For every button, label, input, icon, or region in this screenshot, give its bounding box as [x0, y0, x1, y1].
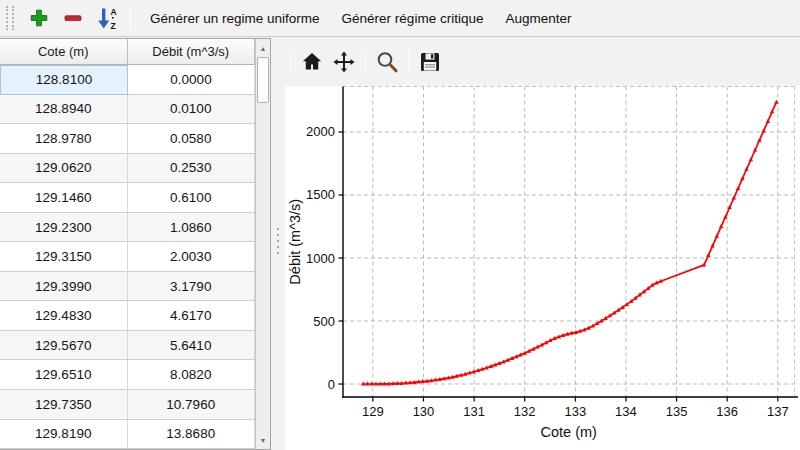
sort-az-icon: A Z [94, 6, 120, 31]
table-row: 129.48304.6170 [0, 301, 255, 331]
x-tick-label: 129 [362, 404, 384, 419]
table-cell[interactable]: 129.4830 [0, 301, 128, 331]
table-cell[interactable]: 0.0100 [128, 95, 256, 125]
table-cell[interactable]: 1.0860 [128, 213, 256, 243]
x-tick-label: 131 [463, 404, 485, 419]
panel-splitter[interactable] [271, 38, 285, 450]
table-row: 129.39903.1790 [0, 272, 255, 302]
zoom-rect-button[interactable] [371, 46, 403, 78]
table-cell[interactable]: 128.8940 [0, 95, 128, 125]
y-tick-label: 1000 [306, 251, 335, 266]
scroll-up-button[interactable]: ▲ [256, 40, 270, 56]
x-tick-label: 135 [666, 404, 688, 419]
generate-uniform-regime-button[interactable]: Générer un regime uniforme [139, 3, 331, 33]
pan-button[interactable] [328, 46, 360, 78]
up-arrow-icon: ▲ [260, 45, 267, 52]
remove-row-button[interactable] [58, 3, 88, 33]
table-row: 129.65108.0820 [0, 360, 255, 390]
table-cell[interactable]: 129.2300 [0, 213, 128, 243]
table-cell[interactable]: 13.8680 [128, 420, 256, 449]
data-table: Cote (m) Débit (m^3/s) 128.81000.0000128… [0, 39, 255, 449]
column-header-cote[interactable]: Cote (m) [0, 39, 128, 65]
y-tick-label: 1500 [306, 187, 335, 202]
table-row: 129.819013.8680 [0, 420, 255, 449]
table-cell[interactable]: 0.0000 [128, 65, 255, 95]
table-cell[interactable]: 129.7350 [0, 390, 128, 420]
plot-toolbar-separator [290, 49, 291, 75]
x-tick-label: 136 [716, 404, 738, 419]
x-tick-label: 130 [413, 404, 435, 419]
plot-toolbar-separator [365, 49, 366, 75]
table-cell[interactable]: 10.7960 [128, 390, 256, 420]
toolbar-grip[interactable] [6, 6, 14, 30]
chart-canvas[interactable]: 1291301311321331341351361370500100015002… [285, 86, 800, 450]
y-axis-label: Débit (m^3/s) [287, 199, 303, 285]
save-icon [418, 50, 442, 74]
table-scrollbar[interactable]: ▲ ▼ [255, 39, 270, 449]
scroll-down-button[interactable]: ▼ [256, 432, 270, 448]
save-button[interactable] [414, 46, 446, 78]
down-arrow-icon: ▼ [260, 437, 267, 444]
table-row: 129.735010.7960 [0, 390, 255, 420]
sort-button[interactable]: A Z [92, 3, 122, 33]
svg-text:Z: Z [111, 20, 116, 30]
x-axis-label: Cote (m) [541, 424, 597, 440]
table-cell[interactable]: 129.3990 [0, 272, 128, 302]
x-tick-label: 132 [514, 404, 536, 419]
table-cell[interactable]: 0.6100 [128, 183, 256, 213]
table-row: 128.89400.0100 [0, 95, 255, 125]
y-tick-label: 0 [328, 377, 335, 392]
series-line [363, 102, 776, 384]
minus-icon [63, 8, 83, 28]
table-cell[interactable]: 129.1460 [0, 183, 128, 213]
toolbar-separator [130, 6, 131, 30]
x-tick-label: 133 [564, 404, 586, 419]
home-button[interactable] [296, 46, 328, 78]
plot-toolbar [285, 38, 800, 86]
table-cell[interactable]: 4.6170 [128, 301, 256, 331]
x-tick-label: 137 [767, 404, 789, 419]
table-row: 129.06200.2530 [0, 154, 255, 184]
table-cell[interactable]: 128.9780 [0, 124, 128, 154]
table-cell[interactable]: 5.6410 [128, 331, 256, 361]
table-row: 128.97800.0580 [0, 124, 255, 154]
y-tick-label: 500 [313, 314, 335, 329]
table-cell[interactable]: 8.0820 [128, 360, 256, 390]
table-cell[interactable]: 129.3150 [0, 242, 128, 272]
table-cell[interactable]: 128.8100 [0, 65, 128, 95]
plot-panel: 1291301311321331341351361370500100015002… [285, 38, 800, 450]
scrollbar-thumb[interactable] [257, 57, 269, 103]
svg-text:A: A [111, 6, 117, 16]
table-header-row: Cote (m) Débit (m^3/s) [0, 39, 255, 65]
table-cell[interactable]: 0.2530 [128, 154, 256, 184]
table-row: 129.23001.0860 [0, 213, 255, 243]
table-row: 128.81000.0000 [0, 65, 255, 95]
figure: 1291301311321331341351361370500100015002… [285, 86, 800, 450]
table-body: 128.81000.0000128.89400.0100128.97800.05… [0, 65, 255, 449]
generate-critical-regime-button[interactable]: Générer régime critique [331, 3, 495, 33]
table-panel: Cote (m) Débit (m^3/s) 128.81000.0000128… [0, 38, 271, 450]
add-row-button[interactable] [24, 3, 54, 33]
table-cell[interactable]: 2.0030 [128, 242, 256, 272]
table-row: 129.56705.6410 [0, 331, 255, 361]
table-cell[interactable]: 129.8190 [0, 420, 128, 449]
y-tick-label: 2000 [306, 124, 335, 139]
home-icon [300, 50, 324, 74]
table-cell[interactable]: 129.6510 [0, 360, 128, 390]
column-header-debit[interactable]: Débit (m^3/s) [128, 39, 256, 65]
augment-button[interactable]: Augmenter [494, 3, 582, 33]
plot-toolbar-separator [408, 49, 409, 75]
x-tick-label: 134 [615, 404, 637, 419]
table-cell[interactable]: 0.0580 [128, 124, 256, 154]
plus-icon [29, 8, 49, 28]
splitter-handle-icon [277, 228, 279, 256]
table-row: 129.31502.0030 [0, 242, 255, 272]
app-toolbar: A Z Générer un regime uniforme Générer r… [0, 0, 800, 37]
magnifier-icon [375, 50, 399, 74]
pan-icon [332, 50, 356, 74]
table-cell[interactable]: 129.0620 [0, 154, 128, 184]
table-cell[interactable]: 3.1790 [128, 272, 256, 302]
table-cell[interactable]: 129.5670 [0, 331, 128, 361]
table-row: 129.14600.6100 [0, 183, 255, 213]
